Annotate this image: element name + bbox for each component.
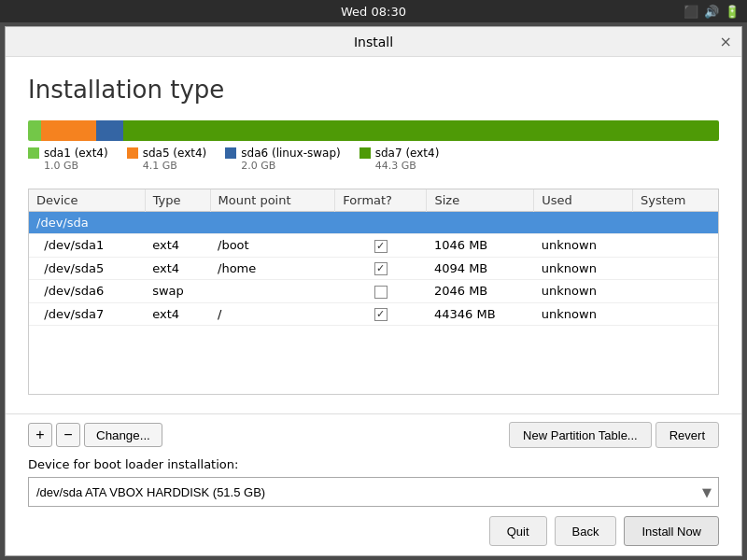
legend-sda6: sda6 (linux-swap) 2.0 GB <box>225 147 340 172</box>
legend-sda5: sda5 (ext4) 4.1 GB <box>127 147 207 172</box>
cell-type: ext4 <box>145 302 210 326</box>
cell-device: /dev/sda1 <box>29 234 145 258</box>
legend-label-sda6: sda6 (linux-swap) <box>241 147 340 160</box>
legend-label-sda1: sda1 (ext4) <box>44 147 108 160</box>
cell-device: /dev/sda7 <box>29 302 145 326</box>
legend-size-sda5: 4.1 GB <box>143 160 207 172</box>
legend-sda7: sda7 (ext4) 44.3 GB <box>359 147 440 172</box>
change-partition-button[interactable]: Change... <box>84 423 162 447</box>
col-device: Device <box>29 189 145 212</box>
cell-mount: /boot <box>210 234 335 258</box>
window-title: Install <box>354 35 393 49</box>
partition-bar-container: sda1 (ext4) 1.0 GB sda5 (ext4) 4.1 GB sd… <box>28 120 719 172</box>
new-partition-table-button[interactable]: New Partition Table... <box>509 422 652 448</box>
install-window: Install × Installation type sda1 (ext4) … <box>5 26 742 556</box>
legend-label-sda7: sda7 (ext4) <box>375 147 440 160</box>
legend-sda1: sda1 (ext4) 1.0 GB <box>28 147 108 172</box>
back-button[interactable]: Back <box>555 516 617 546</box>
cell-size: 44346 MB <box>427 302 534 326</box>
cell-mount <box>210 280 335 303</box>
cell-used: unknown <box>534 234 633 258</box>
taskbar-icons: ⬛ 🔊 🔋 <box>684 5 740 19</box>
cell-mount <box>210 212 335 234</box>
legend-color-sda5 <box>127 147 138 159</box>
cell-system <box>633 234 719 258</box>
window-content: Installation type sda1 (ext4) 1.0 GB <box>6 57 741 413</box>
format-checkbox[interactable] <box>374 308 388 321</box>
cell-system <box>633 257 719 280</box>
cell-system <box>633 212 719 234</box>
volume-icon: 🔊 <box>704 5 719 19</box>
cell-used: unknown <box>534 257 633 280</box>
legend-size-sda7: 44.3 GB <box>375 160 440 172</box>
cell-format <box>335 302 427 326</box>
cell-size: 4094 MB <box>427 257 534 280</box>
cell-used: unknown <box>534 302 633 326</box>
cell-format <box>335 234 427 258</box>
col-system: System <box>633 189 719 212</box>
partition-table-wrapper: Device Type Mount point Format? Size Use… <box>28 189 719 395</box>
remove-partition-button[interactable]: − <box>56 423 80 447</box>
cell-used: unknown <box>534 280 633 303</box>
partition-sda5 <box>41 120 96 141</box>
monitor-icon: ⬛ <box>684 5 698 19</box>
legend-label-sda5: sda5 (ext4) <box>143 147 207 160</box>
cell-type: swap <box>145 280 210 303</box>
table-row[interactable]: /dev/sda1 ext4 /boot 1046 MB unknown <box>29 234 718 258</box>
quit-button[interactable]: Quit <box>489 516 547 546</box>
format-checkbox[interactable] <box>374 262 388 275</box>
battery-icon: 🔋 <box>725 5 740 19</box>
col-used: Used <box>534 189 633 212</box>
cell-device: /dev/sda5 <box>29 257 145 280</box>
table-row[interactable]: /dev/sda6 swap 2046 MB unknown <box>29 280 718 303</box>
install-now-button[interactable]: Install Now <box>624 516 719 546</box>
close-button[interactable]: × <box>720 33 732 50</box>
cell-system <box>633 280 719 303</box>
partition-table: Device Type Mount point Format? Size Use… <box>29 189 718 326</box>
format-checkbox[interactable] <box>374 286 388 299</box>
partition-toolbar: + − Change... New Partition Table... Rev… <box>6 413 741 448</box>
table-row[interactable]: /dev/sda5 ext4 /home 4094 MB unknown <box>29 257 718 280</box>
bootloader-section: Device for boot loader installation: /de… <box>6 448 741 507</box>
table-header-row: Device Type Mount point Format? Size Use… <box>29 189 718 212</box>
cell-mount: /home <box>210 257 335 280</box>
taskbar-time: Wed 08:30 <box>341 5 406 19</box>
cell-system <box>633 302 719 326</box>
col-mount: Mount point <box>210 189 335 212</box>
cell-size: 2046 MB <box>427 280 534 303</box>
cell-device: /dev/sda <box>29 212 145 234</box>
partition-sda1 <box>28 120 41 141</box>
partition-bar <box>28 120 719 141</box>
legend-color-sda1 <box>28 147 39 159</box>
bootloader-label: Device for boot loader installation: <box>28 457 719 471</box>
partition-sda7 <box>123 120 719 141</box>
taskbar: Wed 08:30 ⬛ 🔊 🔋 <box>0 0 747 22</box>
col-type: Type <box>145 189 210 212</box>
cell-device: /dev/sda6 <box>29 280 145 303</box>
table-row[interactable]: /dev/sda <box>29 212 718 234</box>
cell-type: ext4 <box>145 234 210 258</box>
legend-size-sda6: 2.0 GB <box>241 160 340 172</box>
revert-button[interactable]: Revert <box>655 422 719 448</box>
legend-color-sda6 <box>225 147 236 159</box>
cell-type: ext4 <box>145 257 210 280</box>
col-size: Size <box>427 189 534 212</box>
cell-size: 1046 MB <box>427 234 534 258</box>
cell-used <box>534 212 633 234</box>
final-buttons: Quit Back Install Now <box>6 507 741 555</box>
bootloader-select[interactable]: /dev/sda ATA VBOX HARDDISK (51.5 GB) <box>28 477 719 507</box>
page-title: Installation type <box>28 76 719 104</box>
table-row[interactable]: /dev/sda7 ext4 / 44346 MB unknown <box>29 302 718 326</box>
add-partition-button[interactable]: + <box>28 423 52 447</box>
cell-format <box>335 212 427 234</box>
cell-format <box>335 257 427 280</box>
bootloader-select-wrap: /dev/sda ATA VBOX HARDDISK (51.5 GB) ▼ <box>28 477 719 507</box>
partition-sda6 <box>96 120 123 141</box>
col-format: Format? <box>335 189 427 212</box>
format-checkbox[interactable] <box>374 240 388 253</box>
cell-mount: / <box>210 302 335 326</box>
legend-color-sda7 <box>359 147 371 159</box>
cell-size <box>427 212 534 234</box>
partition-legend: sda1 (ext4) 1.0 GB sda5 (ext4) 4.1 GB sd… <box>28 147 719 172</box>
cell-format <box>335 280 427 303</box>
